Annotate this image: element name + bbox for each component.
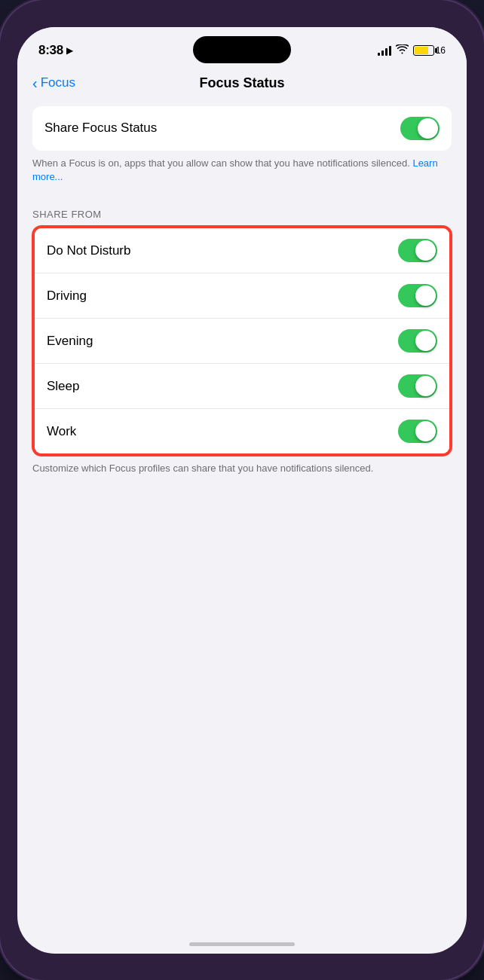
signal-bar-4: [389, 46, 391, 56]
status-icons: 16: [378, 44, 446, 56]
content-area: Share Focus Status When a Focus is on, a…: [17, 100, 467, 495]
battery-box: [413, 45, 434, 56]
location-icon: ▶: [66, 45, 73, 56]
back-chevron-icon: ‹: [32, 75, 38, 90]
do-not-disturb-label: Do Not Disturb: [47, 243, 130, 258]
do-not-disturb-toggle[interactable]: [398, 239, 437, 262]
work-toggle[interactable]: [398, 420, 437, 443]
signal-bar-1: [378, 53, 380, 56]
back-button[interactable]: ‹ Focus: [32, 75, 75, 90]
toggle-knob: [415, 240, 436, 261]
share-focus-status-row: Share Focus Status: [32, 106, 452, 151]
battery-fill: [415, 47, 428, 54]
evening-label: Evening: [47, 334, 93, 349]
home-indicator[interactable]: [189, 942, 295, 946]
do-not-disturb-row: Do Not Disturb: [35, 228, 449, 273]
back-label: Focus: [41, 75, 75, 90]
page-title: Focus Status: [199, 75, 284, 91]
main-toggle-card: Share Focus Status: [32, 106, 452, 151]
nav-bar: ‹ Focus Focus Status: [17, 69, 467, 100]
evening-row: Evening: [35, 318, 449, 363]
status-time: 8:38: [38, 43, 63, 58]
bottom-description: Customize which Focus profiles can share…: [17, 456, 467, 488]
work-row: Work: [35, 408, 449, 453]
battery-level: 16: [436, 45, 446, 56]
description-text: When a Focus is on, apps that you allow …: [32, 157, 412, 169]
phone-frame: 8:38 ▶: [0, 0, 484, 980]
toggle-knob: [415, 376, 436, 396]
driving-row: Driving: [35, 273, 449, 318]
driving-label: Driving: [47, 289, 87, 304]
wifi-icon: [396, 44, 409, 56]
sleep-label: Sleep: [47, 379, 79, 394]
toggle-knob: [418, 118, 438, 139]
share-from-header: SHARE FROM: [17, 197, 467, 226]
signal-bars: [378, 45, 391, 56]
share-focus-status-toggle[interactable]: [400, 117, 440, 140]
share-focus-status-label: Share Focus Status: [44, 121, 157, 136]
sleep-toggle[interactable]: [398, 374, 437, 398]
toggle-knob: [415, 285, 436, 306]
phone-screen: 8:38 ▶: [17, 27, 467, 954]
dynamic-island: [193, 36, 291, 63]
battery-indicator: 16: [413, 45, 446, 56]
share-from-card: Do Not Disturb Driving Evening: [32, 226, 452, 456]
toggle-knob: [415, 421, 436, 441]
toggle-knob: [415, 331, 436, 351]
share-focus-description: When a Focus is on, apps that you allow …: [17, 151, 467, 197]
signal-bar-2: [381, 50, 384, 56]
sleep-row: Sleep: [35, 363, 449, 408]
driving-toggle[interactable]: [398, 284, 437, 307]
signal-bar-3: [385, 48, 388, 56]
evening-toggle[interactable]: [398, 329, 437, 353]
work-label: Work: [47, 424, 76, 439]
